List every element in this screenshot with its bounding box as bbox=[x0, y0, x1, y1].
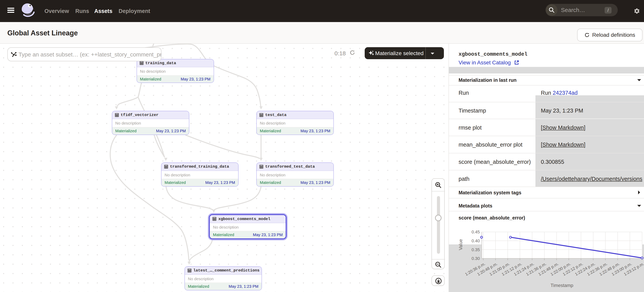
svg-text:Value: Value bbox=[458, 239, 463, 250]
svg-text:Timestamp: Timestamp bbox=[550, 283, 573, 288]
svg-text:0.35: 0.35 bbox=[472, 247, 480, 252]
svg-text:0.45: 0.45 bbox=[472, 229, 480, 234]
svg-text:0.40: 0.40 bbox=[472, 238, 480, 243]
svg-text:0.30: 0.30 bbox=[472, 256, 480, 261]
